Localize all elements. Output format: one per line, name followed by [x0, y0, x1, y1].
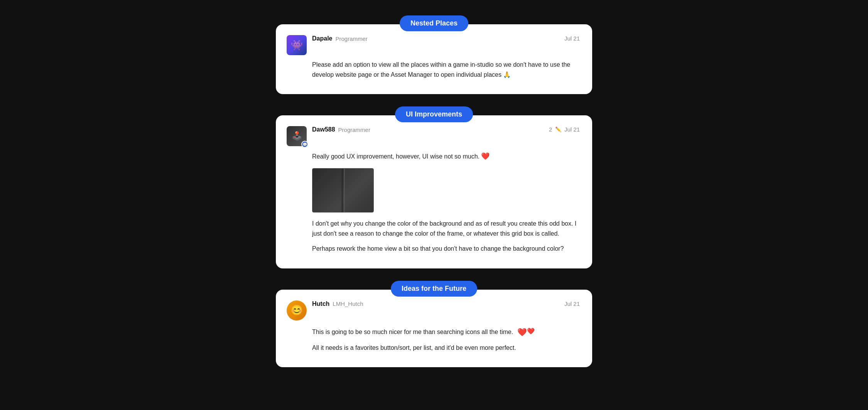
tag-nested-places: Nested Places [400, 15, 468, 31]
author-name-2: Daw588 [312, 126, 335, 133]
avatar-emoji-3: 😊 [290, 304, 303, 316]
author-info-2: Daw588 Programmer [312, 126, 370, 133]
post-group-2: UI Improvements 🕹️ 💬 Daw588 Programmer [276, 106, 592, 268]
edit-icon-2[interactable]: ✏️ [555, 127, 561, 132]
post-text-3a: This is going to be so much nicer for me… [312, 325, 580, 337]
date-label-3: Jul 21 [564, 300, 580, 307]
author-row-3: Hutch LMH_Hutch [312, 300, 363, 307]
post-date-1: Jul 21 [564, 35, 580, 42]
avatar-emoji-2: 🕹️ [292, 131, 302, 141]
author-role-1: Programmer [335, 35, 367, 42]
post-body-2: Really good UX improvement, however, UI … [287, 151, 580, 254]
post-text-1: Please add an option to view all the pla… [312, 60, 580, 79]
post-group-3: Ideas for the Future 😊 Hutch LMH_Hutch J… [276, 281, 592, 368]
author-row-2: Daw588 Programmer [312, 126, 370, 133]
post-card-1: 👾 Dapale Programmer Jul 21 Please add an… [276, 24, 592, 94]
tag-ideas-future: Ideas for the Future [391, 281, 477, 297]
post-text-2b: I don't get why you change the color of … [312, 219, 580, 238]
post-card-2: 🕹️ 💬 Daw588 Programmer 2 ✏️ Jul 21 [276, 115, 592, 268]
post-header-2: 🕹️ 💬 Daw588 Programmer 2 ✏️ Jul 21 [287, 126, 580, 146]
post-text-3b: All it needs is a favorites button/sort,… [312, 343, 580, 353]
post-group-1: Nested Places 👾 Dapale Programmer Jul 21… [276, 15, 592, 94]
post-header-left-2: 🕹️ 💬 Daw588 Programmer [287, 126, 370, 146]
date-label-2: Jul 21 [564, 126, 580, 133]
avatar-emoji-1: 👾 [290, 39, 303, 51]
author-role-2: Programmer [338, 127, 370, 133]
date-label-1: Jul 21 [564, 35, 580, 42]
post-text-2a: Really good UX improvement, however, UI … [312, 151, 580, 162]
author-row-1: Dapale Programmer [312, 35, 368, 42]
heart-inline-2: ❤️ [481, 151, 490, 162]
likes-count-2: 2 [549, 126, 552, 133]
post-image-2 [312, 168, 374, 213]
avatar-badge-2: 💬 [301, 141, 308, 148]
hearts-cluster-3: ❤️ ❤️ [517, 325, 536, 337]
post-header-left-1: 👾 Dapale Programmer [287, 35, 368, 55]
post-header-3: 😊 Hutch LMH_Hutch Jul 21 [287, 300, 580, 321]
avatar-3: 😊 [287, 300, 307, 321]
badge-icon: 💬 [302, 142, 307, 147]
avatar-2: 🕹️ 💬 [287, 126, 307, 146]
post-header-left-3: 😊 Hutch LMH_Hutch [287, 300, 363, 321]
tag-ui-improvements: UI Improvements [395, 106, 473, 122]
author-name-1: Dapale [312, 35, 332, 42]
author-name-3: Hutch [312, 300, 329, 307]
post-date-2: 2 ✏️ Jul 21 [549, 126, 580, 133]
post-header-1: 👾 Dapale Programmer Jul 21 [287, 35, 580, 55]
post-body-1: Please add an option to view all the pla… [287, 60, 580, 79]
author-info-1: Dapale Programmer [312, 35, 368, 42]
avatar-1: 👾 [287, 35, 307, 55]
post-text-2c: Perhaps rework the home view a bit so th… [312, 244, 580, 254]
author-info-3: Hutch LMH_Hutch [312, 300, 363, 307]
post-card-3: 😊 Hutch LMH_Hutch Jul 21 This is going t… [276, 290, 592, 368]
author-username-3: LMH_Hutch [333, 300, 363, 307]
post-body-3: This is going to be so much nicer for me… [287, 325, 580, 353]
post-date-3: Jul 21 [564, 300, 580, 307]
